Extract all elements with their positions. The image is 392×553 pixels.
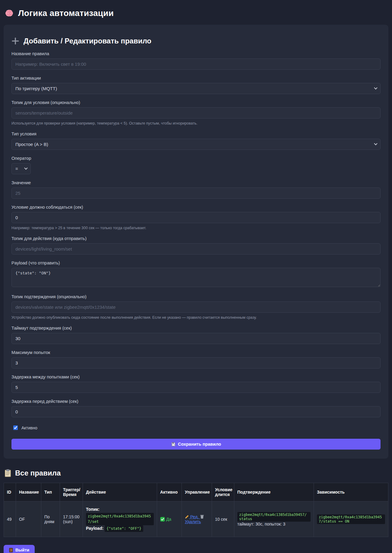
form-title: Добавить / Редактировать правило — [24, 37, 151, 45]
rule-trigger-time: 17:15:00 — [63, 514, 80, 519]
edit-rule-link[interactable]: Ред. — [185, 514, 200, 519]
save-rule-button-label: Сохранить правило — [178, 442, 221, 447]
rule-active-text: Да — [166, 517, 171, 522]
col-header-type: Тип — [41, 483, 60, 501]
rule-confirmation-cell: zigbee2mqtt/0xa4c1385d1ba39457/status та… — [234, 501, 314, 537]
action-topic-input[interactable] — [11, 243, 381, 254]
action-delay-input[interactable] — [11, 406, 381, 417]
trash-icon — [200, 514, 204, 519]
pencil-icon — [185, 515, 189, 519]
condition-topic-label: Топик для условия (опционально) — [11, 100, 381, 105]
confirmation-note: таймаут: 30с, попыток: 3 — [237, 522, 311, 526]
condition-topic-input[interactable] — [11, 107, 381, 118]
col-header-action: Действие — [83, 483, 157, 501]
rule-name-label: Название правила — [11, 51, 381, 56]
col-header-active: Активно — [157, 483, 182, 501]
table-row: 49 OF По дням 17:15:00 (sun) Топик: zigb… — [4, 501, 388, 537]
confirmation-topic-code: zigbee2mqtt/0xa4c1385d1ba39457/status — [237, 512, 311, 522]
payload-label: Payload (что отправить) — [11, 261, 381, 265]
retry-delay-label: Задержка между попытками (сек) — [11, 374, 381, 379]
col-header-name: Название — [16, 483, 41, 501]
activation-type-label: Тип активации — [11, 76, 381, 81]
dependency-code: zigbee2mqtt/0xa4c1385d1ba39457/status ==… — [317, 514, 385, 524]
rules-section-title: Все правила — [15, 469, 61, 477]
operator-select-wrap: = — [11, 163, 31, 174]
check-icon — [160, 517, 165, 522]
rules-table: ID Название Тип Триггер/Время Действие А… — [4, 483, 388, 537]
rule-id-cell: 49 — [4, 501, 16, 537]
value-input[interactable] — [11, 188, 381, 199]
rule-duration-cell: 10 сек — [212, 501, 234, 537]
condition-type-select[interactable]: Простое (A > B) — [11, 139, 381, 150]
rule-dependency-cell: zigbee2mqtt/0xa4c1385d1ba39457/status ==… — [314, 501, 388, 537]
action-topic-label: Топик для действия (куда отправить) — [11, 236, 381, 241]
operator-label: Оператор — [11, 156, 381, 161]
brain-icon — [5, 9, 14, 18]
col-header-dependency: Зависимость — [314, 483, 388, 501]
action-delay-label: Задержка перед действием (сек) — [11, 399, 381, 404]
rule-form-card: Добавить / Редактировать правило Названи… — [4, 25, 388, 459]
col-header-confirmation: Подтверждение — [234, 483, 314, 501]
form-title-row: Добавить / Редактировать правило — [11, 37, 381, 45]
plus-icon — [11, 37, 19, 45]
col-header-manage: Управление — [182, 483, 212, 501]
save-rule-button[interactable]: Сохранить правило — [11, 439, 381, 450]
activation-type-select[interactable]: По триггеру (MQTT) — [11, 83, 381, 94]
confirm-topic-input[interactable] — [11, 302, 381, 313]
payload-textarea[interactable]: {"state": "ON"} — [11, 268, 381, 287]
condition-duration-input[interactable] — [11, 212, 381, 223]
retry-delay-input[interactable] — [11, 382, 381, 393]
page-title: Логика автоматизации — [18, 8, 114, 18]
rule-name-cell: OF — [16, 501, 41, 537]
condition-type-select-wrap: Простое (A > B) — [11, 139, 381, 150]
value-label: Значение — [11, 180, 381, 185]
rule-manage-cell: Ред. Удалить — [182, 501, 212, 537]
confirm-timeout-input[interactable] — [11, 333, 381, 344]
operator-select[interactable]: = — [11, 163, 31, 174]
action-payload-caption: Payload: — [86, 526, 103, 531]
condition-topic-help: Используется для проверки условия (напри… — [11, 121, 381, 125]
action-topic-code: zigbee2mqtt/0xa4c1385d1ba39457/set — [86, 513, 154, 525]
exit-button[interactable]: Выйти — [4, 545, 35, 553]
col-header-id: ID — [4, 483, 16, 501]
condition-type-label: Тип условия — [11, 131, 381, 136]
app-header: Логика автоматизации — [4, 4, 388, 25]
active-checkbox-row: Активно — [12, 425, 381, 431]
floppy-disk-icon — [171, 442, 175, 447]
confirm-timeout-label: Таймаут подтверждения (сек) — [11, 326, 381, 330]
door-icon — [9, 548, 13, 552]
rule-type-cell: По дням — [41, 501, 60, 537]
table-header-row: ID Название Тип Триггер/Время Действие А… — [4, 483, 388, 501]
confirm-topic-help: Устройство должно опубликовать сюда сост… — [11, 315, 381, 320]
action-topic-caption: Топик: — [86, 506, 154, 513]
activation-type-select-wrap: По триггеру (MQTT) — [11, 83, 381, 94]
rule-action-cell: Топик: zigbee2mqtt/0xa4c1385d1ba39457/se… — [83, 501, 157, 537]
rule-trigger-cell: 17:15:00 (sun) — [60, 501, 83, 537]
clipboard-icon — [4, 469, 11, 477]
condition-duration-help: Например: температура > 25 в течение 300… — [11, 226, 381, 230]
exit-button-label: Выйти — [15, 548, 29, 552]
rule-trigger-day: (sun) — [63, 519, 80, 524]
active-checkbox-label: Активно — [21, 425, 37, 430]
active-checkbox[interactable] — [13, 425, 18, 430]
edit-rule-label: Ред. — [190, 514, 199, 519]
rules-title-row: Все правила — [4, 469, 388, 477]
max-retries-label: Максимум попыток — [11, 350, 381, 355]
delete-rule-label: Удалить — [185, 519, 201, 524]
confirm-topic-label: Топик подтверждения (опционально) — [11, 294, 381, 299]
rule-active-cell: Да — [157, 501, 182, 537]
condition-duration-label: Условие должно соблюдаться (сек) — [11, 205, 381, 210]
action-payload-code: {"state": "OFF"} — [105, 525, 143, 532]
max-retries-input[interactable] — [11, 357, 381, 368]
col-header-duration: Условие длится — [212, 483, 234, 501]
rule-name-input[interactable] — [11, 58, 381, 70]
col-header-trigger: Триггер/Время — [60, 483, 83, 501]
